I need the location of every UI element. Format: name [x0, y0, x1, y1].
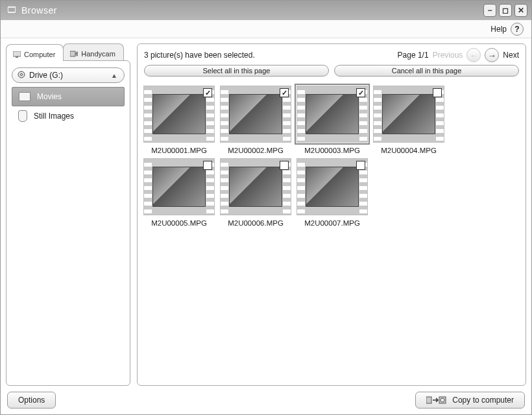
thumbnail-item[interactable]: M2U00004.MPG: [372, 86, 445, 154]
minimize-button[interactable]: −: [483, 4, 496, 17]
drive-selector[interactable]: Drive (G:) ▲: [12, 67, 125, 83]
cancel-all-label: Cancel all in this page: [392, 67, 462, 75]
svg-point-10: [441, 398, 444, 402]
svg-rect-8: [426, 397, 431, 403]
film-strip-left-icon: [221, 86, 228, 142]
thumbnail-item[interactable]: ✓M2U00002.MPG: [219, 86, 292, 154]
thumbnail-checkbox[interactable]: [203, 161, 212, 170]
film-strip-left-icon: [374, 86, 381, 142]
thumbnail-checkbox[interactable]: ✓: [356, 88, 365, 97]
handycam-icon: [70, 51, 78, 57]
source-tabs: Computer Handycam: [6, 43, 130, 60]
thumbnail-image: [229, 167, 282, 207]
thumbnail-filename: M2U00007.MPG: [296, 219, 369, 227]
thumbnail-image: [229, 94, 282, 134]
movies-icon: [19, 92, 30, 101]
sidebar-item-movies[interactable]: Movies: [12, 87, 125, 106]
thumbnail-checkbox[interactable]: ✓: [280, 88, 289, 97]
select-all-label: Select all in this page: [203, 67, 271, 75]
app-window: Browser − ◻ ✕ Help ? Computer: [0, 0, 532, 415]
thumbnail-item[interactable]: M2U00006.MPG: [219, 158, 292, 227]
thumbnail-frame[interactable]: ✓: [296, 86, 368, 143]
help-label[interactable]: Help: [490, 25, 507, 34]
svg-rect-2: [13, 51, 21, 56]
close-button[interactable]: ✕: [514, 4, 527, 17]
chevron-up-icon: ▲: [111, 72, 117, 79]
maximize-button[interactable]: ◻: [499, 4, 512, 17]
film-strip-left-icon: [297, 86, 305, 142]
disc-icon: [18, 71, 25, 80]
cancel-all-button[interactable]: Cancel all in this page: [334, 65, 519, 77]
film-strip-left-icon: [144, 86, 152, 142]
category-list: Movies Still Images: [12, 87, 125, 126]
thumbnail-filename: M2U00005.MPG: [143, 219, 215, 227]
thumbnail-item[interactable]: ✓M2U00003.MPG: [296, 86, 369, 154]
select-all-button[interactable]: Select all in this page: [144, 65, 329, 77]
svg-point-7: [21, 73, 23, 75]
window-title: Browser: [21, 5, 57, 16]
thumbnail-filename: M2U00006.MPG: [219, 219, 292, 227]
thumbnail-filename: M2U00003.MPG: [296, 147, 369, 154]
main-area: Computer Handycam Drive (G:) ▲: [1, 38, 531, 386]
thumbnail-checkbox[interactable]: [433, 88, 442, 97]
help-icon[interactable]: ?: [511, 23, 524, 36]
sidebar-item-label: Movies: [37, 92, 62, 101]
selection-buttons: Select all in this page Cancel all in th…: [144, 65, 519, 77]
content-toolbar: 3 picture(s) have been selected. Page 1/…: [138, 44, 526, 79]
options-label: Options: [18, 396, 45, 405]
sidebar-item-label: Still Images: [34, 112, 74, 121]
copy-icon: [426, 396, 447, 405]
drive-label: Drive (G:): [29, 71, 63, 80]
footer: Options Copy to computer: [1, 386, 531, 414]
tab-computer-label: Computer: [24, 51, 55, 58]
options-button[interactable]: Options: [7, 392, 56, 409]
next-label: Next: [503, 51, 519, 60]
thumbnail-filename: M2U00001.MPG: [143, 147, 215, 154]
computer-icon: [13, 51, 21, 58]
sidebar-item-still-images[interactable]: Still Images: [12, 106, 125, 126]
thumbnail-image: [306, 94, 359, 134]
film-strip-left-icon: [297, 159, 305, 215]
film-strip-left-icon: [221, 159, 228, 215]
help-bar: Help ?: [1, 20, 531, 38]
content-panel: 3 picture(s) have been selected. Page 1/…: [137, 43, 526, 386]
status-row: 3 picture(s) have been selected. Page 1/…: [144, 48, 519, 62]
thumbnail-frame[interactable]: ✓: [143, 86, 215, 143]
thumbnail-frame[interactable]: ✓: [220, 86, 291, 143]
thumbnail-checkbox[interactable]: ✓: [203, 88, 212, 97]
page-indicator: Page 1/1: [398, 51, 429, 60]
next-button[interactable]: →: [485, 48, 499, 62]
thumbnail-frame[interactable]: [220, 158, 291, 215]
selection-status: 3 picture(s) have been selected.: [144, 51, 255, 60]
thumbnail-image: [306, 167, 359, 207]
thumbnail-image: [382, 94, 435, 134]
copy-to-computer-button[interactable]: Copy to computer: [415, 392, 525, 409]
thumbnail-filename: M2U00004.MPG: [372, 147, 445, 154]
thumbnail-grid: ✓M2U00001.MPG✓M2U00002.MPG✓M2U00003.MPGM…: [138, 79, 526, 385]
thumbnail-frame[interactable]: [373, 86, 444, 143]
svg-marker-5: [75, 51, 78, 56]
thumbnail-image: [152, 167, 206, 207]
previous-button[interactable]: ←: [466, 48, 481, 62]
window-controls: − ◻ ✕: [483, 4, 527, 17]
tab-computer[interactable]: Computer: [6, 44, 64, 61]
side-panel: Drive (G:) ▲ Movies Still Images: [6, 60, 130, 386]
thumbnail-checkbox[interactable]: [280, 161, 289, 170]
title-bar: Browser − ◻ ✕: [1, 1, 531, 20]
thumbnail-frame[interactable]: [143, 158, 215, 215]
copy-label: Copy to computer: [452, 396, 514, 405]
thumbnail-checkbox[interactable]: [356, 161, 365, 170]
pager: Page 1/1 Previous ← → Next: [398, 48, 519, 62]
svg-rect-3: [16, 56, 18, 58]
app-icon: [7, 6, 16, 16]
tab-handycam[interactable]: Handycam: [63, 43, 124, 60]
svg-rect-4: [70, 51, 75, 56]
thumbnail-item[interactable]: M2U00007.MPG: [296, 158, 369, 227]
thumbnail-item[interactable]: ✓M2U00001.MPG: [143, 86, 215, 154]
previous-label: Previous: [433, 51, 463, 60]
thumbnail-item[interactable]: M2U00005.MPG: [143, 158, 215, 227]
film-strip-left-icon: [144, 159, 152, 215]
thumbnail-frame[interactable]: [296, 158, 368, 215]
tab-handycam-label: Handycam: [81, 50, 115, 58]
thumbnail-image: [152, 94, 206, 134]
